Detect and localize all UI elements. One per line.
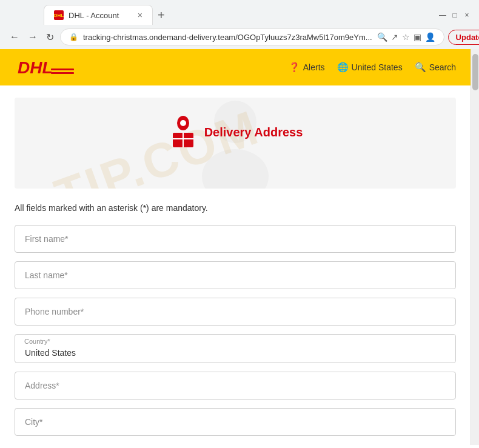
nav-alerts[interactable]: ❓ Alerts (289, 62, 325, 73)
url-text: tracking-christmas.ondemand-delivery.tea… (83, 33, 372, 42)
delivery-form: Country* (15, 225, 456, 436)
delivery-title: Delivery Address (204, 125, 303, 139)
lastname-group (15, 261, 456, 289)
address-bar-actions: 🔍 ↗ ☆ ▣ 👤 (377, 32, 435, 42)
svg-rect-2 (51, 69, 74, 70)
address-group (15, 372, 456, 400)
window-controls: — □ × (438, 10, 472, 20)
country-label: Country* (24, 338, 50, 345)
tab-close-button[interactable]: × (138, 10, 142, 20)
scrollbar-track[interactable] (471, 49, 479, 445)
form-description: All fields marked with an asterisk (*) a… (15, 203, 456, 213)
toolbar-icons: Update ⋮ (448, 30, 479, 45)
update-button[interactable]: Update (448, 30, 479, 45)
address-bar-row: ← → ↻ 🔒 tracking-christmas.ondemand-deli… (0, 25, 479, 49)
svg-point-5 (202, 149, 269, 189)
maximize-button[interactable]: □ (450, 10, 460, 20)
alerts-icon: ❓ (289, 62, 300, 73)
city-input[interactable] (15, 408, 456, 436)
dhl-nav: ❓ Alerts 🌐 United States 🔍 Search (289, 62, 456, 73)
reload-button[interactable]: ↻ (44, 29, 56, 45)
minimize-button[interactable]: — (438, 10, 447, 20)
svg-text:DHL: DHL (18, 58, 53, 77)
firstname-group (15, 225, 456, 253)
back-button[interactable]: ← (7, 29, 22, 45)
tab-title: DHL - Account (69, 11, 133, 20)
svg-point-7 (180, 120, 186, 126)
alerts-label: Alerts (303, 62, 325, 72)
dhl-header: DHL ❓ Alerts 🌐 United States 🔍 Searc (0, 49, 471, 85)
dhl-logo: DHL (15, 55, 75, 79)
tab-bar: DHL DHL - Account × + (36, 5, 433, 25)
lastname-input[interactable] (15, 261, 456, 289)
nav-search[interactable]: 🔍 Search (415, 62, 456, 73)
country-input-wrapper: Country* (15, 334, 456, 363)
delivery-icon-row: Delivery Address (168, 116, 303, 149)
browser-chrome: DHL DHL - Account × + — □ × ← → ↻ 🔒 (0, 0, 479, 49)
delivery-card: TIP.COM Delivery Address (15, 98, 456, 189)
firstname-input[interactable] (15, 225, 456, 253)
browser-tab[interactable]: DHL DHL - Account × (44, 5, 153, 25)
close-button[interactable]: × (462, 10, 472, 20)
title-bar: DHL DHL - Account × + — □ × (0, 0, 479, 25)
search-icon[interactable]: 🔍 (377, 32, 387, 42)
country-label: United States (352, 62, 403, 72)
country-input[interactable] (15, 334, 456, 363)
search-nav-icon: 🔍 (415, 62, 426, 73)
dhl-logo-svg: DHL (15, 55, 75, 79)
country-group: Country* (15, 334, 456, 363)
address-bar[interactable]: 🔒 tracking-christmas.ondemand-delivery.t… (60, 28, 444, 45)
globe-icon: 🌐 (337, 62, 349, 73)
bookmark-icon[interactable]: ☆ (402, 32, 410, 42)
page-content: TIP.COM Delivery Address (0, 85, 471, 445)
tab-favicon: DHL (54, 10, 64, 20)
forward-button[interactable]: → (25, 29, 40, 45)
city-group (15, 408, 456, 436)
extensions-icon[interactable]: ▣ (414, 32, 421, 42)
search-label: Search (429, 62, 456, 72)
share-icon[interactable]: ↗ (391, 32, 398, 42)
profile-icon[interactable]: 👤 (425, 32, 435, 42)
lock-icon: 🔒 (69, 33, 78, 41)
phone-input[interactable] (15, 298, 456, 326)
new-tab-button[interactable]: + (153, 6, 170, 25)
scrollbar-thumb[interactable] (472, 54, 478, 90)
phone-group (15, 298, 456, 326)
delivery-icon (168, 116, 198, 149)
browser-content: DHL ❓ Alerts 🌐 United States 🔍 Searc (0, 49, 479, 445)
address-input[interactable] (15, 372, 456, 400)
nav-country[interactable]: 🌐 United States (337, 62, 403, 73)
page-area: DHL ❓ Alerts 🌐 United States 🔍 Searc (0, 49, 471, 445)
svg-rect-3 (51, 72, 74, 74)
